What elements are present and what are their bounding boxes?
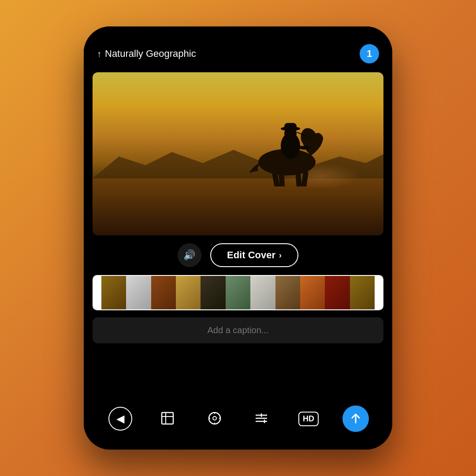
adjust-button[interactable]	[248, 405, 275, 432]
bottom-toolbar: ◀	[84, 397, 392, 450]
header-left: ↑ Naturally Geographic	[97, 48, 196, 60]
svg-rect-5	[279, 171, 285, 186]
film-frame	[250, 276, 275, 309]
crop-icon	[160, 411, 175, 427]
film-frame	[226, 276, 250, 309]
film-frame	[126, 276, 151, 309]
caption-container	[93, 317, 383, 343]
adjust-icon	[254, 411, 269, 427]
film-frame	[350, 276, 375, 309]
svg-rect-9	[284, 123, 297, 130]
upload-icon: ↑	[97, 49, 101, 59]
film-frame	[176, 276, 201, 309]
edit-cover-label: Edit Cover	[227, 249, 275, 261]
film-frame	[325, 276, 350, 309]
film-border-left	[93, 276, 101, 309]
svg-rect-10	[162, 413, 173, 424]
sound-button[interactable]: 🔊	[178, 243, 201, 267]
edit-button[interactable]	[201, 405, 228, 432]
desert-scene	[93, 72, 383, 235]
notification-badge[interactable]: 1	[360, 44, 379, 63]
send-icon	[349, 412, 362, 426]
back-icon: ◀	[108, 407, 132, 431]
hd-icon: HD	[298, 412, 319, 426]
crop-button[interactable]	[154, 405, 181, 432]
video-preview	[93, 72, 383, 235]
back-button[interactable]: ◀	[107, 405, 134, 432]
edit-cover-button[interactable]: Edit Cover ›	[210, 243, 298, 267]
edit-cover-chevron: ›	[279, 251, 282, 260]
filmstrip[interactable]	[93, 275, 383, 310]
send-button[interactable]	[342, 405, 369, 432]
film-frame	[275, 276, 300, 309]
film-frame	[201, 276, 225, 309]
badge-count: 1	[367, 48, 372, 60]
video-placeholder	[93, 72, 383, 235]
header: ↑ Naturally Geographic 1	[84, 26, 392, 72]
film-frame	[151, 276, 176, 309]
sound-icon: 🔊	[183, 249, 195, 261]
controls-row: 🔊 Edit Cover ›	[84, 235, 392, 275]
svg-rect-2	[295, 172, 302, 186]
header-title: Naturally Geographic	[105, 48, 196, 60]
phone-frame: ↑ Naturally Geographic 1	[84, 26, 392, 450]
hd-button[interactable]: HD	[295, 405, 322, 432]
caption-input[interactable]	[93, 317, 383, 343]
svg-point-14	[213, 416, 216, 420]
film-frame	[101, 276, 126, 309]
edit-icon	[207, 411, 222, 427]
phone-screen: ↑ Naturally Geographic 1	[84, 26, 392, 450]
film-frame	[300, 276, 325, 309]
svg-point-13	[209, 413, 220, 424]
horse-rider-silhouette	[243, 98, 331, 186]
film-border-right	[375, 276, 383, 309]
